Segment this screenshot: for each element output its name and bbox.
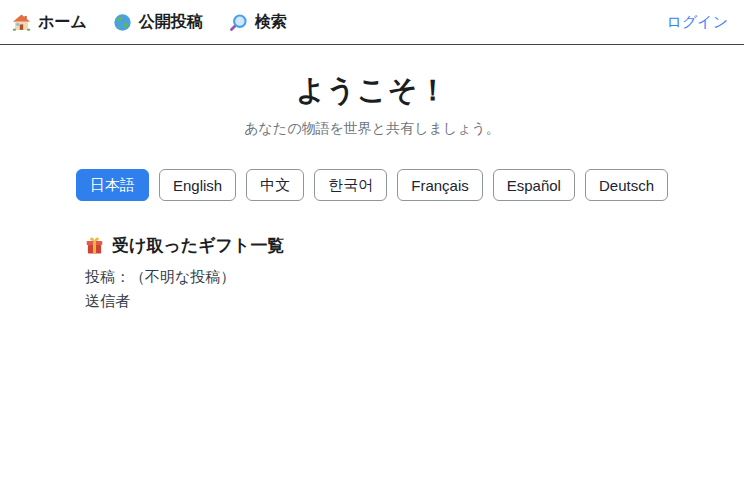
received-gifts-section: 受け取ったギフト一覧 投稿：（不明な投稿） 送信者 (85, 234, 659, 312)
lang-button-korean[interactable]: 한국어 (314, 169, 387, 201)
top-nav: ホーム 公開投稿 検索 ログイン (0, 0, 744, 45)
received-gifts-heading: 受け取ったギフト一覧 (85, 234, 659, 257)
lang-button-japanese[interactable]: 日本語 (76, 169, 149, 201)
lang-button-german[interactable]: Deutsch (585, 169, 668, 201)
globe-icon (113, 13, 132, 32)
page-title: ようこそ！ (85, 71, 659, 111)
lang-button-chinese[interactable]: 中文 (246, 169, 304, 201)
language-selector: 日本語 English 中文 한국어 Français Español Deut… (85, 169, 659, 201)
nav-item-public-posts[interactable]: 公開投稿 (113, 12, 203, 33)
nav-item-label: 検索 (255, 12, 287, 33)
nav-item-search[interactable]: 検索 (229, 12, 287, 33)
page-subtitle: あなたの物語を世界と共有しましょう。 (85, 120, 659, 138)
gift-post-line: 投稿：（不明な投稿） (85, 267, 659, 287)
main-content: ようこそ！ あなたの物語を世界と共有しましょう。 日本語 English 中文 … (85, 71, 659, 312)
home-icon (12, 13, 31, 32)
nav-item-label: 公開投稿 (139, 12, 203, 33)
lang-button-french[interactable]: Français (397, 169, 483, 201)
login-link[interactable]: ログイン (667, 13, 728, 32)
gift-sender-line: 送信者 (85, 291, 659, 311)
lang-button-english[interactable]: English (159, 169, 236, 201)
nav-item-label: ホーム (38, 12, 87, 33)
received-gifts-title-text: 受け取ったギフト一覧 (112, 234, 284, 257)
nav-item-home[interactable]: ホーム (12, 12, 87, 33)
search-icon (229, 13, 248, 32)
lang-button-spanish[interactable]: Español (493, 169, 575, 201)
gift-icon (85, 236, 104, 255)
